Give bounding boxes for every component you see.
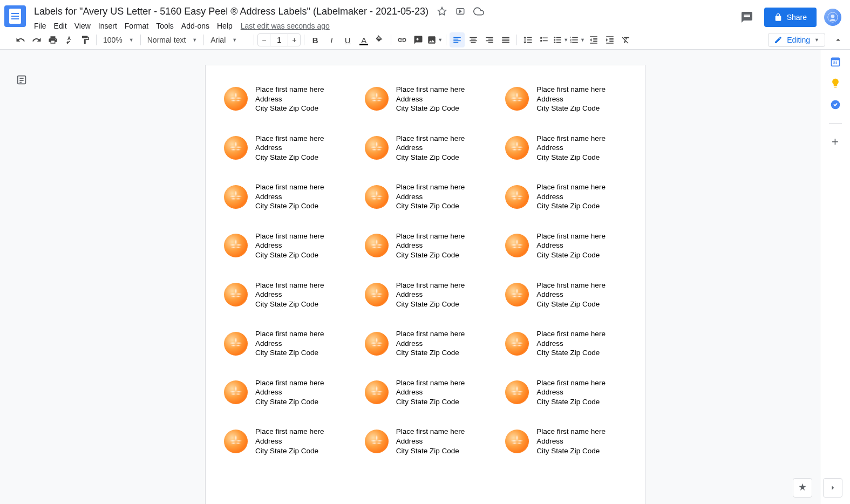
label-text[interactable]: Place first name here Address City State… [255,182,324,211]
label-text[interactable]: Place first name here Address City State… [536,182,606,211]
docs-logo[interactable] [4,5,26,27]
font-family-dropdown[interactable]: Arial ▼ [207,32,250,47]
menu-format[interactable]: Format [121,21,152,31]
label-cell[interactable]: Place first name here Address City State… [498,427,634,455]
editing-mode-button[interactable]: Editing ▼ [768,33,825,47]
calendar-addon-icon[interactable]: 31 [830,56,841,67]
keep-addon-icon[interactable] [830,78,841,88]
label-cell[interactable]: Place first name here Address City State… [357,427,494,455]
font-size-input[interactable] [270,33,288,46]
label-text[interactable]: Place first name here Address City State… [536,281,606,309]
document-page[interactable]: Place first name here Address City State… [205,65,645,504]
label-text[interactable]: Place first name here Address City State… [255,281,324,309]
menu-view[interactable]: View [71,21,94,31]
menu-tools[interactable]: Tools [152,21,178,31]
move-icon[interactable] [455,6,466,17]
highlight-color-button[interactable] [372,32,387,47]
label-cell[interactable]: Place first name here Address City State… [216,427,353,455]
label-cell[interactable]: Place first name here Address City State… [498,134,634,162]
horizontal-ruler[interactable] [31,50,820,57]
label-text[interactable]: Place first name here Address City State… [396,85,465,113]
label-text[interactable]: Place first name here Address City State… [396,182,465,211]
explore-button[interactable] [793,478,812,498]
label-text[interactable]: Place first name here Address City State… [396,134,465,162]
insert-image-button[interactable]: ▼ [427,32,443,47]
document-title[interactable]: Labels for "Avery US Letter - 5160 Easy … [30,4,432,19]
label-cell[interactable]: Place first name here Address City State… [216,378,353,407]
get-addons-button[interactable]: + [830,137,841,147]
label-text[interactable]: Place first name here Address City State… [396,329,465,358]
align-center-button[interactable] [466,32,481,47]
label-text[interactable]: Place first name here Address City State… [255,427,324,455]
label-text[interactable]: Place first name here Address City State… [255,378,324,407]
label-cell[interactable]: Place first name here Address City State… [216,85,353,113]
insert-link-button[interactable] [395,32,410,47]
account-avatar[interactable] [824,9,841,26]
label-text[interactable]: Place first name here Address City State… [255,231,324,260]
cloud-status-icon[interactable] [473,6,484,17]
comment-history-button[interactable] [737,8,757,27]
label-cell[interactable]: Place first name here Address City State… [357,378,494,407]
underline-button[interactable]: U [340,32,355,47]
label-text[interactable]: Place first name here Address City State… [396,427,465,455]
label-text[interactable]: Place first name here Address City State… [536,427,606,455]
tasks-addon-icon[interactable] [830,99,841,110]
font-size-increase-button[interactable]: + [288,33,301,46]
document-outline-button[interactable] [14,72,29,87]
label-cell[interactable]: Place first name here Address City State… [357,85,494,113]
label-cell[interactable]: Place first name here Address City State… [357,182,494,211]
label-cell[interactable]: Place first name here Address City State… [216,182,353,211]
label-text[interactable]: Place first name here Address City State… [396,281,465,309]
menu-addons[interactable]: Add-ons [178,21,213,31]
checklist-button[interactable] [536,32,552,47]
paint-format-button[interactable] [78,32,93,47]
menu-edit[interactable]: Edit [50,21,71,31]
label-cell[interactable]: Place first name here Address City State… [357,329,494,358]
font-size-decrease-button[interactable]: − [257,33,270,46]
label-text[interactable]: Place first name here Address City State… [396,231,465,260]
label-cell[interactable]: Place first name here Address City State… [357,231,494,260]
hide-side-panel-button[interactable] [823,478,842,498]
label-cell[interactable]: Place first name here Address City State… [216,281,353,309]
label-text[interactable]: Place first name here Address City State… [396,378,465,407]
numbered-list-button[interactable]: ▼ [569,32,585,47]
print-button[interactable] [45,32,60,47]
clear-formatting-button[interactable] [618,32,634,47]
label-cell[interactable]: Place first name here Address City State… [498,182,634,211]
label-cell[interactable]: Place first name here Address City State… [357,281,494,309]
spellcheck-button[interactable] [62,32,77,47]
label-text[interactable]: Place first name here Address City State… [536,134,606,162]
last-edit-link[interactable]: Last edit was seconds ago [241,22,330,30]
document-scroll-area[interactable]: Place first name here Address City State… [31,50,820,504]
increase-indent-button[interactable] [602,32,617,47]
label-cell[interactable]: Place first name here Address City State… [216,134,353,162]
label-cell[interactable]: Place first name here Address City State… [498,85,634,113]
label-cell[interactable]: Place first name here Address City State… [216,231,353,260]
decrease-indent-button[interactable] [586,32,601,47]
text-color-button[interactable]: A [356,32,371,47]
italic-button[interactable]: I [324,32,339,47]
line-spacing-button[interactable] [520,32,535,47]
label-cell[interactable]: Place first name here Address City State… [498,378,634,407]
label-cell[interactable]: Place first name here Address City State… [498,329,634,358]
label-cell[interactable]: Place first name here Address City State… [357,134,494,162]
align-right-button[interactable] [482,32,497,47]
add-comment-button[interactable] [411,32,426,47]
label-cell[interactable]: Place first name here Address City State… [216,329,353,358]
menu-insert[interactable]: Insert [94,21,121,31]
share-button[interactable]: Share [764,8,817,27]
collapse-toolbar-button[interactable] [831,32,846,47]
label-cell[interactable]: Place first name here Address City State… [498,281,634,309]
label-cell[interactable]: Place first name here Address City State… [498,231,634,260]
paragraph-style-dropdown[interactable]: Normal text ▼ [144,32,201,47]
label-text[interactable]: Place first name here Address City State… [255,85,324,113]
label-text[interactable]: Place first name here Address City State… [255,134,324,162]
menu-file[interactable]: File [30,21,50,31]
undo-button[interactable] [13,32,28,47]
label-text[interactable]: Place first name here Address City State… [536,378,606,407]
label-text[interactable]: Place first name here Address City State… [255,329,324,358]
align-left-button[interactable] [450,32,465,47]
menu-help[interactable]: Help [213,21,236,31]
star-icon[interactable] [437,6,447,17]
label-text[interactable]: Place first name here Address City State… [536,231,606,260]
